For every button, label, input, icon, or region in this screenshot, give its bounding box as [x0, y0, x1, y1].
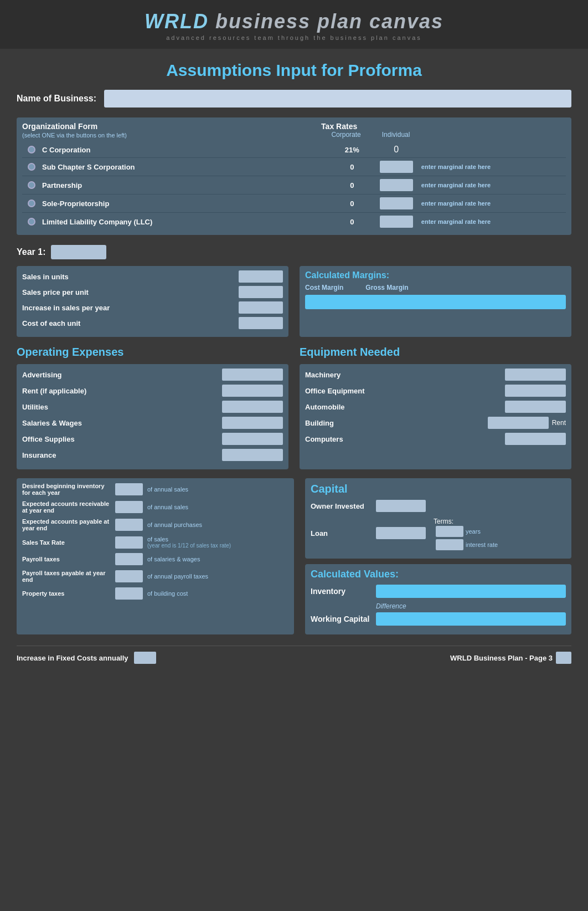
misc-item-input-6[interactable] — [115, 587, 143, 600]
ind-rate-3[interactable] — [377, 197, 416, 209]
year1-input[interactable] — [51, 245, 106, 259]
ind-rate-4[interactable] — [377, 216, 416, 228]
org-radio-4[interactable] — [28, 218, 35, 226]
col-individual: Individual — [371, 131, 421, 139]
calc-diff-label: Difference — [376, 602, 566, 610]
capital-item-0: Owner Invested — [311, 500, 566, 512]
misc-item-input-4[interactable] — [115, 553, 143, 565]
expense-input-3[interactable] — [222, 417, 283, 429]
expense-item-2: Utilities — [22, 401, 283, 413]
misc-item-label-3: Sales Tax Rate — [22, 539, 111, 546]
org-radio-2[interactable] — [28, 181, 35, 189]
margins-values-bar — [305, 295, 566, 309]
equip-right-2 — [505, 401, 566, 413]
corp-rate-0: 21% — [327, 146, 377, 154]
expense-item-5: Insurance — [22, 449, 283, 461]
equip-label-2: Automobile — [305, 403, 345, 411]
capital-title: Capital — [311, 483, 566, 495]
expense-input-4[interactable] — [222, 433, 283, 445]
expense-item-3: Salaries & Wages — [22, 417, 283, 429]
org-tax-vals-1: 0 enter marginal rate here — [327, 161, 560, 173]
misc-item-input-3[interactable] — [115, 536, 143, 549]
equip-right-4 — [505, 433, 566, 445]
calc-inventory-label: Inventory — [311, 587, 372, 596]
expense-label-1: Rent (if applicable) — [22, 387, 86, 395]
misc-item-2: Expected accounts payable at year end of… — [22, 518, 288, 531]
org-radio-1[interactable] — [28, 163, 35, 171]
misc-item-desc-6: of building cost — [147, 590, 288, 597]
corp-rate-4: 0 — [327, 218, 377, 226]
misc-item-input-0[interactable] — [115, 483, 143, 495]
ind-rate-input-3[interactable] — [380, 197, 413, 209]
year1-label: Year 1: — [17, 247, 45, 257]
org-name-3: Sole-Proprietorship — [40, 199, 327, 208]
ind-rate-input-2[interactable] — [380, 179, 413, 191]
sales-item-input-0[interactable] — [239, 270, 283, 283]
expense-label-2: Utilities — [22, 403, 48, 411]
expense-label-0: Advertising — [22, 371, 62, 379]
org-row-4: Limited Liability Company (LLC) 0 enter … — [22, 213, 566, 231]
expense-input-1[interactable] — [222, 385, 283, 397]
bottom-row: Desired beginning inventory for each yea… — [17, 478, 571, 634]
expense-input-5[interactable] — [222, 449, 283, 461]
sales-item-input-2[interactable] — [239, 301, 283, 314]
footer-increase-input[interactable] — [134, 652, 156, 664]
org-radio-3[interactable] — [28, 199, 35, 207]
expense-label-5: Insurance — [22, 451, 56, 459]
tax-rates-header: Tax Rates Corporate Individual — [321, 122, 566, 139]
page-title: Assumptions Input for Proforma — [0, 61, 588, 80]
sales-margins-row: Sales in units Sales price per unit Incr… — [17, 266, 571, 337]
misc-item-label-6: Property taxes — [22, 590, 111, 597]
equip-input-1[interactable] — [505, 385, 566, 397]
equip-right-1 — [505, 385, 566, 397]
marginal-label-2: enter marginal rate here — [421, 182, 491, 188]
ind-rate-2[interactable] — [377, 179, 416, 191]
terms-years-input[interactable] — [436, 526, 463, 537]
misc-item-label-1: Expected accounts receivable at year end — [22, 500, 111, 514]
equip-item-1: Office Equipment — [305, 385, 566, 397]
misc-item-input-1[interactable] — [115, 501, 143, 513]
sales-item-input-1[interactable] — [239, 286, 283, 298]
misc-item-desc-1: of annual sales — [147, 504, 288, 510]
expense-input-0[interactable] — [222, 369, 283, 381]
rent-label: Rent — [552, 419, 566, 427]
expense-input-2[interactable] — [222, 401, 283, 413]
equipment-col: Machinery Office Equipment Automobile Bu… — [300, 364, 571, 469]
misc-item-desc-0: of annual sales — [147, 486, 288, 493]
sales-item-label-2: Increase in sales per year — [22, 304, 110, 312]
equip-input-4[interactable] — [505, 433, 566, 445]
equip-label-4: Computers — [305, 435, 343, 443]
logo: WRLD business plan canvas — [17, 10, 571, 33]
sales-col: Sales in units Sales price per unit Incr… — [17, 266, 288, 337]
misc-item-label-5: Payroll taxes payable at year end — [22, 570, 111, 583]
calc-working-capital-item: Working Capital — [311, 612, 566, 626]
main-content: Name of Business: Organizational Form (s… — [0, 90, 588, 675]
org-tax-vals-3: 0 enter marginal rate here — [327, 197, 560, 209]
org-row-2: Partnership 0 enter marginal rate here — [22, 176, 566, 195]
margins-sub-headers: Cost Margin Gross Margin — [305, 284, 566, 291]
business-name-input[interactable] — [104, 90, 571, 108]
ind-rate-input-4[interactable] — [380, 216, 413, 228]
ind-rate-1[interactable] — [377, 161, 416, 173]
misc-item-input-5[interactable] — [115, 570, 143, 582]
ind-rate-input-1[interactable] — [380, 161, 413, 173]
sales-item-2: Increase in sales per year — [22, 301, 283, 314]
capital-col: Capital Owner Invested Loan Terms: years — [305, 478, 571, 634]
expense-label-3: Salaries & Wages — [22, 419, 82, 427]
terms-years-row: years — [436, 526, 498, 537]
misc-item-input-2[interactable] — [115, 519, 143, 531]
cost-margin-label: Cost Margin — [305, 284, 343, 291]
equip-input-0[interactable] — [505, 369, 566, 381]
equipment-section-title: Equipment Needed — [300, 346, 400, 358]
opex-section-title-wrap: Operating Expenses — [17, 346, 288, 359]
misc-item-3: Sales Tax Rate of sales (year end is 1/1… — [22, 536, 288, 549]
capital-input-1[interactable] — [376, 527, 426, 539]
capital-input-0[interactable] — [376, 500, 426, 512]
equip-input-3[interactable] — [488, 417, 549, 429]
org-radio-0[interactable] — [28, 146, 35, 153]
misc-item-label-0: Desired beginning inventory for each yea… — [22, 483, 111, 496]
footer-page-info-row: WRLD Business Plan - Page 3 — [450, 652, 571, 664]
sales-item-input-3[interactable] — [239, 317, 283, 329]
equip-input-2[interactable] — [505, 401, 566, 413]
terms-interest-input[interactable] — [436, 539, 463, 550]
